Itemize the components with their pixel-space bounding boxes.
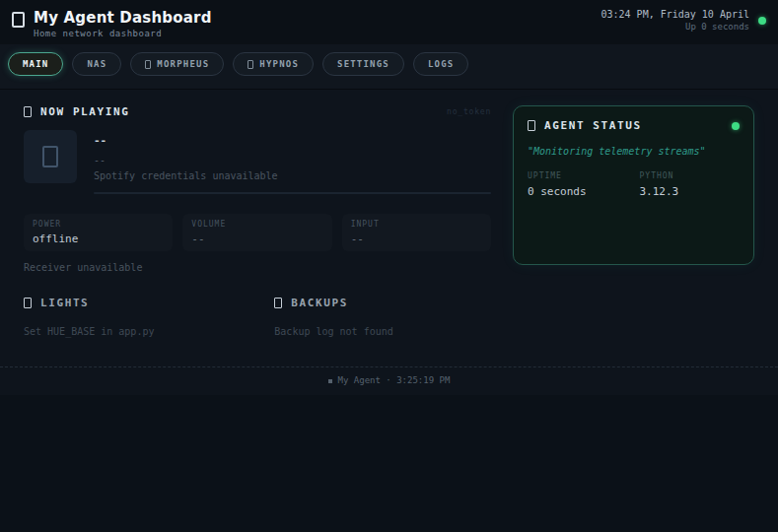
agent-quote: "Monitoring telemetry streams" bbox=[528, 146, 740, 157]
input-value: -- bbox=[351, 233, 482, 245]
power-label: POWER bbox=[33, 220, 164, 229]
page-title: My Agent Dashboard bbox=[34, 9, 212, 27]
page-subtitle: Home network dashboard bbox=[34, 29, 212, 38]
empty-column bbox=[526, 297, 754, 337]
volume-label: VOLUME bbox=[191, 220, 322, 229]
agent-status-title: AGENT STATUS bbox=[544, 119, 642, 132]
now-playing-icon bbox=[24, 106, 32, 117]
tab-main-label: MAIN bbox=[23, 59, 48, 69]
agent-online-dot bbox=[732, 122, 740, 130]
tab-nas-label: NAS bbox=[87, 59, 106, 69]
backups-title: BACKUPS bbox=[291, 297, 348, 309]
footer-text: My Agent · 3:25:19 PM bbox=[338, 375, 451, 385]
app-logo-icon bbox=[12, 12, 25, 28]
album-placeholder-icon bbox=[42, 146, 58, 167]
spotify-status-text: Spotify credentials unavailable bbox=[94, 170, 491, 181]
backups-icon bbox=[274, 298, 282, 308]
uptime-label: UPTIME bbox=[528, 171, 628, 180]
clock-block: 03:24 PM, Friday 10 April Up 0 seconds bbox=[601, 9, 766, 32]
hypnos-box-icon bbox=[248, 60, 253, 69]
token-status-badge: no_token bbox=[447, 107, 491, 116]
receiver-status-text: Receiver unavailable bbox=[24, 262, 491, 273]
tab-settings[interactable]: SETTINGS bbox=[322, 52, 404, 76]
lights-title: LIGHTS bbox=[40, 297, 89, 309]
track-title: -- bbox=[94, 134, 491, 147]
power-stat: POWER offline bbox=[24, 214, 173, 251]
tab-bar: MAIN NAS MORPHEUS HYPNOS SETTINGS LOGS bbox=[0, 44, 778, 90]
tab-settings-label: SETTINGS bbox=[337, 59, 389, 69]
tab-main[interactable]: MAIN bbox=[8, 52, 63, 76]
volume-stat: VOLUME -- bbox=[182, 214, 331, 251]
backups-message: Backup log not found bbox=[274, 326, 503, 337]
uptime-value: 0 seconds bbox=[528, 185, 628, 198]
agent-status-panel: AGENT STATUS "Monitoring telemetry strea… bbox=[513, 105, 754, 265]
now-playing-section: NOW PLAYING no_token -- -- Spotify crede… bbox=[24, 105, 491, 273]
track-artist: -- bbox=[94, 155, 491, 166]
main-content: NOW PLAYING no_token -- -- Spotify crede… bbox=[0, 90, 778, 337]
app-header: My Agent Dashboard Home network dashboar… bbox=[0, 0, 778, 44]
input-stat: INPUT -- bbox=[342, 214, 491, 251]
power-value: offline bbox=[33, 233, 164, 245]
album-art-placeholder bbox=[24, 130, 77, 183]
brand: My Agent Dashboard Home network dashboar… bbox=[12, 9, 212, 38]
volume-value: -- bbox=[191, 233, 322, 245]
tab-hypnos-label: HYPNOS bbox=[259, 59, 299, 69]
track-progress-bar bbox=[94, 192, 491, 194]
app-footer: My Agent · 3:25:19 PM bbox=[0, 367, 778, 395]
lights-icon bbox=[24, 298, 32, 308]
python-value: 3.12.3 bbox=[640, 185, 741, 198]
backups-section: BACKUPS Backup log not found bbox=[274, 297, 503, 337]
tab-nas[interactable]: NAS bbox=[72, 52, 121, 76]
clock-text: 03:24 PM, Friday 10 April bbox=[601, 9, 749, 20]
python-stat: PYTHON 3.12.3 bbox=[640, 171, 741, 198]
online-status-dot bbox=[758, 17, 766, 25]
tab-morpheus[interactable]: MORPHEUS bbox=[130, 52, 224, 76]
morpheus-box-icon bbox=[145, 60, 151, 69]
footer-square-icon bbox=[328, 379, 332, 383]
lights-section: LIGHTS Set HUE_BASE in app.py bbox=[24, 297, 252, 337]
agent-status-icon bbox=[528, 120, 535, 131]
uptime-text: Up 0 seconds bbox=[601, 22, 749, 32]
tab-logs[interactable]: LOGS bbox=[413, 52, 468, 76]
tab-morpheus-label: MORPHEUS bbox=[157, 59, 209, 69]
input-label: INPUT bbox=[351, 220, 482, 229]
uptime-stat: UPTIME 0 seconds bbox=[528, 171, 628, 198]
app-container: My Agent Dashboard Home network dashboar… bbox=[0, 0, 778, 395]
python-label: PYTHON bbox=[640, 171, 741, 180]
now-playing-title: NOW PLAYING bbox=[40, 105, 129, 118]
lights-message: Set HUE_BASE in app.py bbox=[24, 326, 252, 337]
tab-logs-label: LOGS bbox=[428, 59, 454, 69]
tab-hypnos[interactable]: HYPNOS bbox=[233, 52, 314, 76]
